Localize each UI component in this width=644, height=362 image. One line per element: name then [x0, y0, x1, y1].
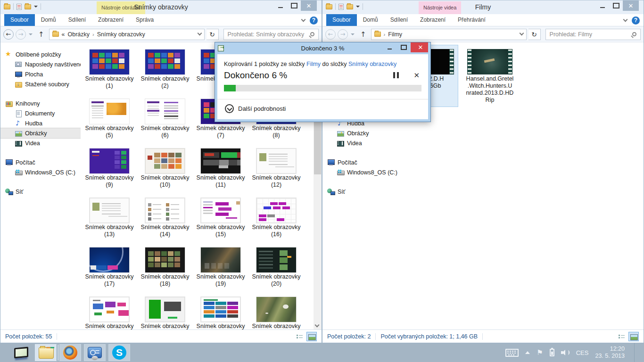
recent-locations-icon[interactable] — [29, 33, 33, 35]
details-view-button[interactable] — [294, 332, 305, 341]
touch-keyboard-icon[interactable] — [505, 349, 519, 357]
file-item[interactable]: Snímek obrazovky (23) — [194, 292, 247, 329]
file-item[interactable]: Snímek obrazovky (17) — [83, 243, 136, 288]
taskbar-firefox-button[interactable] — [59, 344, 81, 361]
file-item[interactable]: Snímek obrazovky (16) — [250, 193, 303, 238]
file-item[interactable]: Snímek obrazovky (5) — [83, 94, 136, 139]
target-folder-link[interactable]: Snímky obrazovky — [348, 61, 396, 67]
ribbon-collapse-icon[interactable] — [301, 17, 306, 22]
volume-icon[interactable] — [561, 349, 570, 356]
file-item[interactable]: Snímek obrazovky (11) — [194, 144, 247, 189]
tab-dom[interactable]: Domů — [35, 14, 62, 26]
forward-button[interactable]: → — [16, 29, 26, 40]
qat-customize-icon[interactable] — [34, 6, 38, 8]
address-dropdown-icon[interactable] — [197, 31, 202, 36]
qat-customize-icon[interactable] — [356, 6, 360, 8]
file-item[interactable]: Snímek obrazovky (14) — [139, 193, 191, 238]
close-button[interactable]: ✕ — [623, 0, 639, 11]
breadcrumb-current[interactable]: Filmy — [388, 31, 402, 38]
search-icon[interactable] — [310, 32, 314, 36]
tab-spr-va[interactable]: Správa — [130, 14, 160, 26]
maximize-button[interactable] — [287, 0, 301, 11]
search-input[interactable]: Prohledat: Filmy — [545, 29, 641, 40]
sidebar-item-obl-ben-polo-ky[interactable]: Oblíbené položky — [0, 49, 81, 59]
contextual-tab-video-tools[interactable]: Nástroje videa — [419, 1, 461, 14]
address-bar[interactable]: « Obrázky › Snímky obrazovky — [49, 29, 205, 40]
sidebar-item-videa[interactable]: Videa — [322, 138, 403, 148]
tab-p-ehr-v-n[interactable]: Přehrávání — [452, 14, 492, 26]
breadcrumb-prefix[interactable]: « — [62, 31, 65, 38]
address-bar[interactable]: › Filmy — [371, 29, 527, 40]
help-icon[interactable]: ? — [632, 16, 640, 25]
taskbar-control-panel-button[interactable] — [84, 344, 106, 361]
file-item[interactable]: Snímek obrazovky (24) — [250, 292, 303, 329]
file-item[interactable]: Snímek obrazovky (15) — [194, 193, 247, 238]
file-item[interactable]: Snímek obrazovky (21) — [83, 292, 136, 329]
hidden-icons-icon[interactable] — [525, 351, 530, 354]
file-item[interactable]: Snímek obrazovky (2) — [139, 45, 191, 90]
sidebar-item-s[interactable]: Síť — [0, 187, 81, 197]
show-desktop-button[interactable] — [634, 343, 637, 362]
more-details-toggle[interactable]: Další podrobnosti — [224, 99, 421, 118]
breadcrumb-current[interactable]: Snímky obrazovky — [97, 31, 145, 38]
file-item[interactable]: Snímek obrazovky (19) — [194, 243, 247, 288]
new-folder-icon[interactable] — [25, 4, 31, 9]
sidebar-item-windows8-os-c[interactable]: Windows8_OS (C:) — [322, 167, 403, 177]
file-item[interactable]: Snímek obrazovky (6) — [139, 94, 191, 139]
properties-icon[interactable] — [17, 4, 22, 10]
cancel-icon[interactable]: ✕ — [413, 71, 420, 80]
forward-button[interactable]: → — [338, 29, 348, 40]
sidebar-item-po-ta[interactable]: Počítač — [322, 157, 403, 167]
back-button[interactable]: ← — [3, 29, 14, 40]
up-button[interactable]: ↑ — [360, 30, 366, 39]
sidebar-item-videa[interactable]: Videa — [0, 138, 81, 148]
breadcrumb-parent[interactable]: Obrázky — [68, 31, 90, 38]
sidebar-item-knihovny[interactable]: Knihovny — [0, 99, 81, 108]
action-center-flag-icon[interactable]: ⚑ — [537, 348, 543, 357]
taskbar-skype-button[interactable]: S — [108, 344, 130, 361]
titlebar[interactable]: Nástroje obrázků Snímky obrazovky ✕ — [0, 0, 322, 14]
maximize-button[interactable] — [609, 0, 623, 11]
file-item[interactable]: Snímek obrazovky (9) — [83, 144, 136, 189]
sidebar-item-s[interactable]: Síť — [322, 187, 403, 197]
pause-icon[interactable] — [393, 72, 399, 78]
properties-icon[interactable] — [339, 4, 344, 10]
sidebar-item-naposledy-nav-t-ven[interactable]: Naposledy navštívené — [0, 59, 81, 69]
details-view-button[interactable] — [616, 332, 627, 341]
file-item[interactable]: Snímek obrazovky (22) — [139, 292, 191, 329]
recent-locations-icon[interactable] — [351, 33, 355, 35]
tab-soubor[interactable]: Soubor — [4, 14, 35, 26]
back-button[interactable]: ← — [325, 29, 336, 40]
search-input[interactable]: Prohledat: Snímky obrazovky — [223, 29, 319, 40]
sidebar-item-po-ta[interactable]: Počítač — [0, 157, 81, 167]
file-item[interactable]: Snímek obrazovky (10) — [139, 144, 191, 189]
minimize-button[interactable] — [273, 0, 287, 11]
battery-icon[interactable] — [550, 349, 554, 356]
tab-sd-len[interactable]: Sdílení — [62, 14, 92, 26]
sidebar-item-windows8-os-c[interactable]: Windows8_OS (C:) — [0, 167, 81, 177]
sidebar-item-plocha[interactable]: Plocha — [0, 69, 81, 79]
titlebar[interactable]: Nástroje videa Filmy ✕ — [322, 0, 644, 14]
tab-soubor[interactable]: Soubor — [326, 14, 357, 26]
file-item[interactable]: Snímek obrazovky (12) — [250, 144, 303, 189]
new-folder-icon[interactable] — [347, 4, 353, 9]
file-item[interactable]: Snímek obrazovky (13) — [83, 193, 136, 238]
sidebar-item-sta-en-soubory[interactable]: Stažené soubory — [0, 79, 81, 89]
thumbnails-view-button[interactable] — [306, 332, 317, 341]
sidebar-item-hudba[interactable]: Hudba — [0, 118, 81, 128]
close-button[interactable]: ✕ — [301, 0, 317, 11]
taskbar-desktop-button[interactable] — [10, 344, 32, 361]
sidebar-item-obr-zky[interactable]: Obrázky — [322, 128, 403, 138]
tab-sd-len[interactable]: Sdílení — [384, 14, 414, 26]
source-folder-link[interactable]: Filmy — [306, 61, 321, 67]
refresh-button[interactable]: ↻ — [528, 29, 541, 40]
sidebar-item-dokumenty[interactable]: Dokumenty — [0, 108, 81, 118]
address-dropdown-icon[interactable] — [519, 31, 524, 36]
minimize-button[interactable] — [595, 0, 609, 11]
file-item[interactable]: Snímek obrazovky (1) — [83, 45, 136, 90]
taskbar-file-explorer-button[interactable] — [35, 344, 57, 361]
scrollbar-down-icon[interactable] — [315, 323, 320, 328]
tab-zobrazen[interactable]: Zobrazení — [414, 14, 452, 26]
file-item[interactable]: Snímek obrazovky (20) — [250, 243, 303, 288]
search-icon[interactable] — [632, 32, 636, 36]
